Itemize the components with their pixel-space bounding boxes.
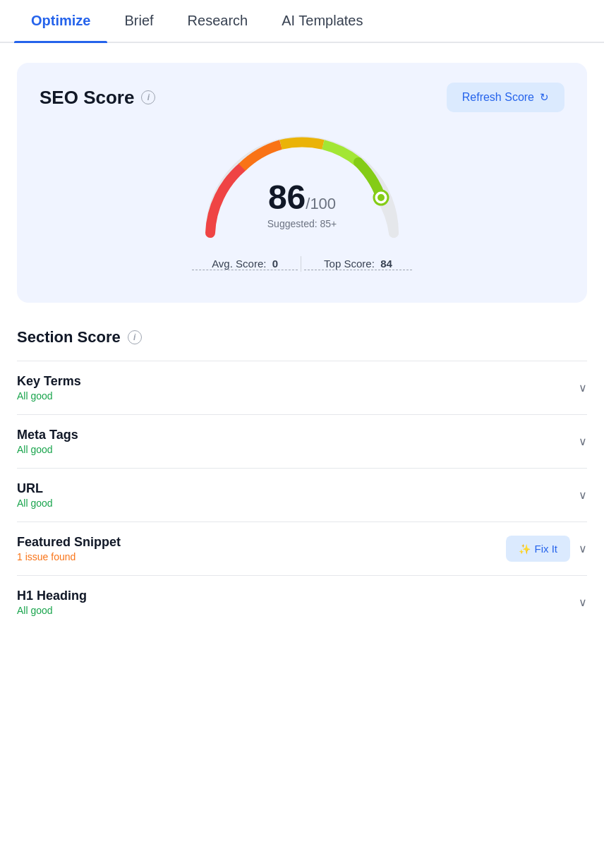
score-stats-divider: [301, 256, 301, 272]
section-score-title-text: Section Score: [17, 328, 121, 346]
chevron-icon-url[interactable]: ∨: [579, 488, 587, 502]
accordion-header-h1-heading[interactable]: H1 HeadingAll good∨: [17, 589, 587, 616]
seo-score-title-container: SEO Score i: [40, 87, 155, 109]
chevron-icon-meta-tags[interactable]: ∨: [579, 435, 587, 448]
refresh-score-label: Refresh Score: [462, 91, 534, 104]
tab-ai-templates[interactable]: AI Templates: [265, 0, 380, 42]
accordion-item-featured-snippet: Featured Snippet1 issue found✨Fix It∨: [17, 522, 587, 575]
chevron-icon-h1-heading[interactable]: ∨: [579, 596, 587, 609]
gauge-container: 86/100 Suggested: 85+ Avg. Score: 0 Top …: [40, 123, 564, 272]
accordion-right-h1-heading: ∨: [579, 596, 587, 609]
avg-score-label: Avg. Score:: [212, 258, 266, 270]
tab-brief[interactable]: Brief: [107, 0, 170, 42]
tab-research[interactable]: Research: [171, 0, 265, 42]
gauge-svg-wrap: 86/100 Suggested: 85+: [189, 123, 415, 251]
section-score-title-row: Section Score i: [17, 328, 587, 346]
seo-score-title-text: SEO Score: [40, 87, 134, 109]
accordion-title-key-terms: Key Terms: [17, 374, 579, 389]
accordion-status-h1-heading: All good: [17, 605, 579, 616]
score-stats: Avg. Score: 0 Top Score: 84: [192, 256, 412, 272]
fix-it-button-featured-snippet[interactable]: ✨Fix It: [506, 536, 571, 562]
accordion-title-meta-tags: Meta Tags: [17, 428, 579, 442]
top-score-stat: Top Score: 84: [304, 258, 412, 270]
accordion-status-url: All good: [17, 498, 579, 509]
accordion-header-meta-tags[interactable]: Meta TagsAll good∨: [17, 428, 587, 455]
chevron-icon-featured-snippet[interactable]: ∨: [579, 542, 587, 555]
accordion-right-meta-tags: ∨: [579, 435, 587, 448]
accordion-header-featured-snippet[interactable]: Featured Snippet1 issue found✨Fix It∨: [17, 535, 587, 562]
accordion-left-meta-tags: Meta TagsAll good: [17, 428, 579, 455]
seo-score-header: SEO Score i Refresh Score ↻: [40, 83, 564, 112]
accordion-right-key-terms: ∨: [579, 381, 587, 394]
gauge-score-denom: /100: [306, 195, 336, 212]
accordion-header-url[interactable]: URLAll good∨: [17, 481, 587, 509]
section-score-info-icon[interactable]: i: [128, 330, 142, 344]
avg-score-stat: Avg. Score: 0: [192, 258, 298, 270]
accordion-item-meta-tags: Meta TagsAll good∨: [17, 414, 587, 468]
accordion-list: Key TermsAll good∨Meta TagsAll good∨URLA…: [17, 361, 587, 629]
accordion-title-h1-heading: H1 Heading: [17, 589, 579, 603]
main-content: SEO Score i Refresh Score ↻: [0, 43, 604, 649]
accordion-left-featured-snippet: Featured Snippet1 issue found: [17, 535, 506, 562]
accordion-right-url: ∨: [579, 488, 587, 502]
accordion-left-key-terms: Key TermsAll good: [17, 374, 579, 402]
accordion-status-key-terms: All good: [17, 390, 579, 402]
accordion-left-url: URLAll good: [17, 481, 579, 509]
accordion-status-meta-tags: All good: [17, 444, 579, 455]
accordion-title-url: URL: [17, 481, 579, 496]
seo-score-card: SEO Score i Refresh Score ↻: [17, 63, 587, 303]
accordion-title-featured-snippet: Featured Snippet: [17, 535, 506, 550]
chevron-icon-key-terms[interactable]: ∨: [579, 381, 587, 394]
accordion-header-key-terms[interactable]: Key TermsAll good∨: [17, 374, 587, 402]
avg-score-value: 0: [272, 258, 278, 270]
fix-it-label: Fix It: [535, 543, 558, 555]
top-score-value: 84: [380, 258, 392, 270]
accordion-left-h1-heading: H1 HeadingAll good: [17, 589, 579, 616]
accordion-item-url: URLAll good∨: [17, 468, 587, 522]
tab-optimize[interactable]: Optimize: [14, 0, 107, 42]
accordion-item-h1-heading: H1 HeadingAll good∨: [17, 575, 587, 629]
accordion-item-key-terms: Key TermsAll good∨: [17, 361, 587, 414]
wand-icon: ✨: [519, 543, 531, 555]
gauge-suggested-text: Suggested: 85+: [267, 218, 337, 229]
section-score-container: Section Score i Key TermsAll good∨Meta T…: [17, 328, 587, 629]
accordion-right-featured-snippet: ✨Fix It∨: [506, 536, 588, 562]
nav-tabs: OptimizeBriefResearchAI Templates: [0, 0, 604, 43]
gauge-score-main: 86: [268, 179, 306, 216]
refresh-icon: ↻: [540, 91, 549, 104]
gauge-score-numbers: 86/100: [267, 178, 337, 217]
top-score-label: Top Score:: [324, 258, 375, 270]
accordion-status-featured-snippet: 1 issue found: [17, 551, 506, 562]
gauge-score-display: 86/100 Suggested: 85+: [267, 178, 337, 229]
gauge-needle-inner: [378, 194, 385, 201]
refresh-score-button[interactable]: Refresh Score ↻: [447, 83, 564, 112]
seo-score-info-icon[interactable]: i: [141, 90, 155, 104]
